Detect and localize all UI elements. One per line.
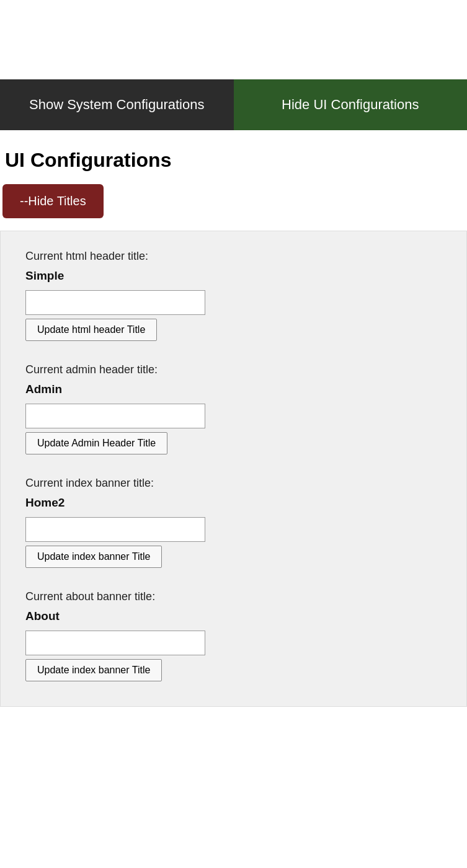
config-section-html-header: Current html header title:SimpleUpdate h… xyxy=(25,250,442,341)
config-update-button-html-header[interactable]: Update html header Title xyxy=(25,319,157,341)
config-section-index-banner: Current index banner title:Home2Update i… xyxy=(25,477,442,568)
config-input-about-banner[interactable] xyxy=(25,631,205,655)
config-input-html-header[interactable] xyxy=(25,290,205,315)
hide-titles-button[interactable]: --Hide Titles xyxy=(2,184,104,218)
config-label-html-header: Current html header title: xyxy=(25,250,442,263)
config-current-value-about-banner: About xyxy=(25,609,442,623)
config-label-index-banner: Current index banner title: xyxy=(25,477,442,490)
config-current-value-admin-header: Admin xyxy=(25,383,442,396)
config-update-button-admin-header[interactable]: Update Admin Header Title xyxy=(25,432,167,454)
config-section-admin-header: Current admin header title:AdminUpdate A… xyxy=(25,363,442,454)
config-current-value-html-header: Simple xyxy=(25,269,442,283)
config-current-value-index-banner: Home2 xyxy=(25,496,442,510)
config-label-admin-header: Current admin header title: xyxy=(25,363,442,376)
page-title: UI Configurations xyxy=(0,130,467,184)
config-input-index-banner[interactable] xyxy=(25,517,205,542)
top-bar: Show System Configurations Hide UI Confi… xyxy=(0,79,467,130)
hide-ui-configs-button[interactable]: Hide UI Configurations xyxy=(234,79,468,130)
config-update-button-about-banner[interactable]: Update index banner Title xyxy=(25,659,162,681)
config-label-about-banner: Current about banner title: xyxy=(25,590,442,603)
config-input-admin-header[interactable] xyxy=(25,404,205,428)
show-system-configs-button[interactable]: Show System Configurations xyxy=(0,79,234,130)
config-section-about-banner: Current about banner title:AboutUpdate i… xyxy=(25,590,442,681)
config-update-button-index-banner[interactable]: Update index banner Title xyxy=(25,546,162,568)
config-panel: Current html header title:SimpleUpdate h… xyxy=(0,231,467,707)
